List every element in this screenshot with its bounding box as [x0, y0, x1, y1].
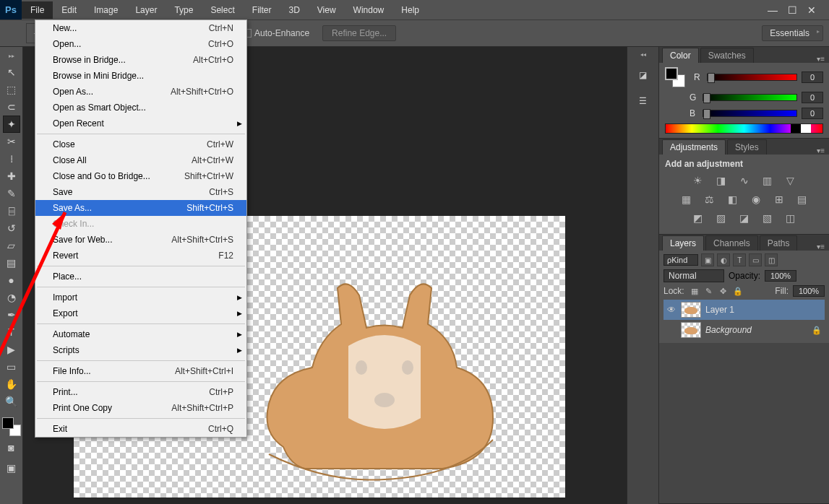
- curves-icon[interactable]: ∿: [736, 173, 752, 188]
- quick-mask-icon[interactable]: ◙: [3, 439, 20, 456]
- type-tool[interactable]: T: [3, 323, 20, 341]
- menu-layer[interactable]: Layer: [126, 1, 166, 19]
- file-menu-save-as[interactable]: Save As...Shift+Ctrl+S: [35, 200, 246, 216]
- file-menu-close-all[interactable]: Close AllAlt+Ctrl+W: [35, 152, 246, 168]
- eraser-tool[interactable]: ▱: [3, 237, 20, 254]
- b-slider[interactable]: [703, 110, 797, 117]
- layer-filter-kind[interactable]: ρKind: [663, 254, 698, 266]
- paths-tab[interactable]: Paths: [760, 235, 798, 251]
- blur-tool[interactable]: ●: [3, 271, 20, 289]
- file-menu-file-info[interactable]: File Info...Alt+Shift+Ctrl+I: [35, 363, 246, 379]
- color-spectrum[interactable]: [665, 123, 823, 134]
- layer-visibility-icon[interactable]: 👁: [666, 305, 676, 315]
- crop-tool[interactable]: ✂: [3, 133, 20, 150]
- foreground-swatch[interactable]: [2, 417, 14, 429]
- marquee-tool[interactable]: ⬚: [3, 81, 20, 98]
- layers-panel-menu-icon[interactable]: ▾≡: [812, 243, 829, 251]
- file-menu-print-one-copy[interactable]: Print One CopyAlt+Shift+Ctrl+P: [35, 400, 246, 416]
- file-menu-revert[interactable]: RevertF12: [35, 248, 246, 264]
- menu-view[interactable]: View: [309, 1, 345, 19]
- file-menu-browse-in-mini-bridge[interactable]: Browse in Mini Bridge...: [35, 68, 246, 84]
- menu-window[interactable]: Window: [345, 1, 393, 19]
- menu-help[interactable]: Help: [392, 1, 428, 19]
- file-menu-open-recent[interactable]: Open Recent▶: [35, 116, 246, 131]
- file-menu-scripts[interactable]: Scripts▶: [35, 342, 246, 358]
- color-balance-icon[interactable]: ⚖: [702, 192, 718, 207]
- dodge-tool[interactable]: ◔: [3, 289, 20, 306]
- workspace-switcher[interactable]: Essentials: [762, 25, 823, 41]
- threshold-icon[interactable]: ◪: [736, 211, 752, 225]
- file-menu-new[interactable]: New...Ctrl+N: [35, 20, 246, 36]
- zoom-tool[interactable]: 🔍: [3, 393, 20, 410]
- swatches-tab[interactable]: Swatches: [700, 48, 754, 63]
- layers-tab[interactable]: Layers: [662, 235, 704, 251]
- styles-tab[interactable]: Styles: [727, 139, 767, 155]
- r-slider[interactable]: [707, 74, 797, 81]
- layer-thumbnail[interactable]: [681, 322, 701, 338]
- hue-icon[interactable]: ▦: [679, 192, 695, 207]
- layer-thumbnail[interactable]: [681, 302, 701, 318]
- lock-transparent-icon[interactable]: ▦: [689, 285, 700, 297]
- exposure-icon[interactable]: ▥: [760, 173, 776, 188]
- gradient-map-icon[interactable]: ▧: [760, 211, 776, 225]
- r-value[interactable]: 0: [802, 71, 823, 83]
- adjustments-tab[interactable]: Adjustments: [662, 139, 726, 155]
- rectangle-tool[interactable]: ▭: [3, 358, 20, 375]
- file-menu-browse-in-bridge[interactable]: Browse in Bridge...Alt+Ctrl+O: [35, 52, 246, 68]
- properties-panel-icon[interactable]: ☰: [635, 92, 652, 110]
- file-menu-open[interactable]: Open...Ctrl+O: [35, 36, 246, 52]
- color-panel-menu-icon[interactable]: ▾≡: [812, 55, 829, 63]
- menu-type[interactable]: Type: [166, 1, 202, 19]
- file-menu-open-as[interactable]: Open As...Alt+Shift+Ctrl+O: [35, 84, 246, 100]
- menu-filter[interactable]: Filter: [244, 1, 280, 19]
- lasso-tool[interactable]: ⊂: [3, 98, 20, 116]
- eyedropper-tool[interactable]: ⁞: [3, 150, 20, 168]
- lock-position-icon[interactable]: ✥: [718, 285, 729, 297]
- g-slider[interactable]: [703, 94, 797, 101]
- filter-pixel-icon[interactable]: ▣: [701, 253, 714, 266]
- photo-filter-icon[interactable]: ◉: [748, 192, 764, 207]
- posterize-icon[interactable]: ▨: [713, 211, 729, 225]
- g-value[interactable]: 0: [802, 92, 823, 103]
- maximize-button[interactable]: ☐: [788, 4, 797, 16]
- lock-pixels-icon[interactable]: ✎: [703, 285, 715, 297]
- quick-select-tool[interactable]: ✦: [3, 116, 20, 133]
- b-value[interactable]: 0: [802, 108, 823, 119]
- path-select-tool[interactable]: ▶: [3, 341, 20, 358]
- file-menu-import[interactable]: Import▶: [35, 290, 246, 305]
- toolbar-collapse-handle[interactable]: ▸▸: [9, 53, 14, 59]
- refine-edge-button[interactable]: Refine Edge...: [322, 25, 396, 41]
- menu-file[interactable]: File: [22, 1, 53, 19]
- file-menu-save[interactable]: SaveCtrl+S: [35, 184, 246, 200]
- file-menu-automate[interactable]: Automate▶: [35, 326, 246, 342]
- color-swatch-pair[interactable]: [2, 417, 21, 436]
- filter-smart-icon[interactable]: ◫: [765, 253, 778, 266]
- invert-icon[interactable]: ◩: [690, 211, 706, 225]
- levels-icon[interactable]: ◨: [713, 173, 729, 188]
- brightness-icon[interactable]: ☀: [690, 173, 706, 188]
- dock-collapse-handle[interactable]: ◂◂: [640, 51, 646, 58]
- filter-shape-icon[interactable]: ▭: [749, 253, 762, 266]
- pen-tool[interactable]: ✒: [3, 306, 20, 323]
- file-menu-open-as-smart-object[interactable]: Open as Smart Object...: [35, 100, 246, 116]
- file-menu-place[interactable]: Place...: [35, 269, 246, 284]
- screen-mode-icon[interactable]: ▣: [3, 459, 20, 477]
- minimize-button[interactable]: —: [768, 4, 778, 16]
- menu-edit[interactable]: Edit: [53, 1, 85, 19]
- adjustments-panel-menu-icon[interactable]: ▾≡: [812, 147, 829, 155]
- file-menu-exit[interactable]: ExitCtrl+Q: [35, 421, 246, 437]
- hand-tool[interactable]: ✋: [3, 375, 20, 393]
- file-menu-close[interactable]: CloseCtrl+W: [35, 136, 246, 152]
- color-tab[interactable]: Color: [662, 48, 699, 63]
- vibrance-icon[interactable]: ▽: [783, 173, 799, 188]
- menu-image[interactable]: Image: [85, 1, 126, 19]
- selective-color-icon[interactable]: ◫: [783, 211, 799, 225]
- fill-input[interactable]: 100%: [793, 285, 825, 297]
- gradient-tool[interactable]: ▤: [3, 254, 20, 271]
- file-menu-print[interactable]: Print...Ctrl+P: [35, 384, 246, 400]
- channel-mixer-icon[interactable]: ⊞: [771, 192, 787, 207]
- brush-tool[interactable]: ✎: [3, 185, 20, 202]
- move-tool[interactable]: ↖: [3, 64, 20, 81]
- close-button[interactable]: ✕: [807, 4, 816, 16]
- filter-adjust-icon[interactable]: ◐: [717, 253, 730, 266]
